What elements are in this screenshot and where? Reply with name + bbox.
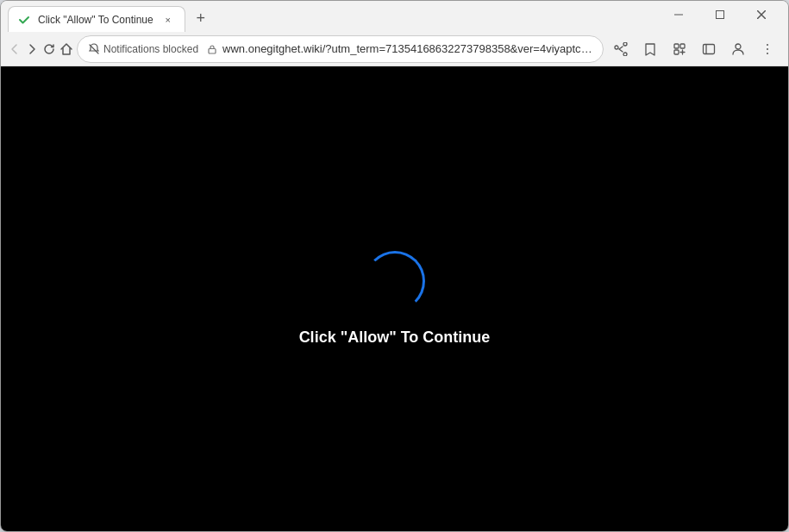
svg-rect-7 [680,44,685,48]
address-bar[interactable]: Notifications blocked wwn.onegitghet.wik… [77,35,604,63]
titlebar: Click "Allow" To Continue × + [1,1,788,32]
svg-point-11 [736,44,741,49]
active-tab[interactable]: Click "Allow" To Continue × [8,6,185,32]
refresh-button[interactable] [42,35,56,63]
extensions-button[interactable] [666,35,693,63]
window-controls [659,3,781,27]
loading-spinner [365,251,425,311]
sidebar-button[interactable] [695,35,723,63]
home-button[interactable] [59,35,73,63]
profile-button[interactable] [724,35,752,63]
svg-rect-5 [209,48,216,53]
back-button[interactable] [8,35,22,63]
tab-favicon [17,13,31,27]
svg-point-12 [767,44,768,46]
menu-button[interactable] [754,35,781,63]
maximize-button[interactable] [700,3,740,27]
svg-rect-1 [717,11,724,19]
minimize-button[interactable] [659,3,698,27]
svg-rect-6 [674,44,679,48]
browser-window: Click "Allow" To Continue × + [0,0,789,532]
svg-rect-9 [704,44,715,53]
spinner-animation [365,251,425,311]
page-content: Click "Allow" To Continue [1,66,788,531]
svg-rect-0 [674,15,683,16]
svg-point-14 [767,53,768,54]
page-message: Click "Allow" To Continue [299,329,491,347]
toolbar-actions [607,35,781,63]
url-display: wwn.onegitghet.wiki/?utm_term=7135416863… [222,42,592,55]
close-button[interactable] [742,3,781,27]
forward-button[interactable] [25,35,39,63]
notifications-blocked-indicator[interactable]: Notifications blocked [88,43,198,55]
tab-title: Click "Allow" To Continue [38,14,153,26]
tab-strip: Click "Allow" To Continue × + [8,1,652,32]
browser-toolbar: Notifications blocked wwn.onegitghet.wik… [1,32,788,66]
address-lock-icon [207,44,217,54]
notifications-blocked-label: Notifications blocked [103,43,198,55]
svg-point-13 [767,48,768,50]
bookmark-button[interactable] [636,35,664,63]
svg-rect-8 [674,50,679,54]
tab-close-button[interactable]: × [160,12,176,28]
new-tab-button[interactable]: + [189,6,213,30]
share-button[interactable] [607,35,635,63]
